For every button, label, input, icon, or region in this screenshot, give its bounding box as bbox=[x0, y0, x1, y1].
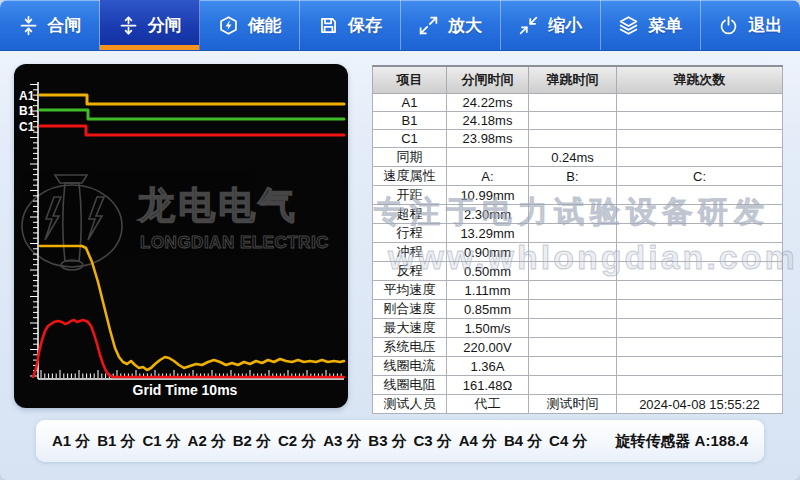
table-cell bbox=[529, 357, 617, 376]
toolbar-button-energy-storage[interactable]: 储能 bbox=[200, 0, 300, 50]
table-cell: 24.22ms bbox=[447, 94, 529, 112]
table-row: 测试人员代工测试时间2024-04-08 15:55:22 bbox=[373, 395, 783, 414]
table-cell: 10.99mm bbox=[447, 186, 529, 205]
toolbar-button-label: 分闸 bbox=[148, 14, 182, 37]
table-row: 冲程0.90mm bbox=[373, 243, 783, 262]
table-cell: A1 bbox=[373, 94, 447, 112]
toolbar-button-label: 保存 bbox=[348, 14, 382, 37]
phase-label-B1: B1 bbox=[19, 104, 35, 118]
table-cell bbox=[529, 112, 617, 130]
phase-line-C1 bbox=[40, 126, 344, 135]
table-cell: 2.30mm bbox=[447, 205, 529, 224]
toolbar-button-label: 缩小 bbox=[548, 14, 582, 37]
table-cell bbox=[617, 205, 783, 224]
table-row: 开距10.99mm bbox=[373, 186, 783, 205]
col-header-bounce-time: 弹跳时间 bbox=[529, 66, 617, 94]
toolbar-button-label: 退出 bbox=[748, 14, 782, 37]
table-row: 最大速度1.50m/s bbox=[373, 319, 783, 338]
table-row: 刚合速度0.85mm bbox=[373, 300, 783, 319]
table-cell bbox=[617, 243, 783, 262]
table-row: 超程2.30mm bbox=[373, 205, 783, 224]
phase-line-A1 bbox=[40, 95, 344, 104]
phase-status: C1 分 bbox=[142, 432, 180, 451]
table-cell: 13.29mm bbox=[447, 224, 529, 243]
table-cell bbox=[617, 262, 783, 281]
toolbar-button-close-switch[interactable]: 合闸 bbox=[0, 0, 100, 50]
table-cell: 最大速度 bbox=[373, 319, 447, 338]
table-cell bbox=[529, 262, 617, 281]
table-row: A124.22ms bbox=[373, 94, 783, 112]
table-row: 反程0.50mm bbox=[373, 262, 783, 281]
toolbar-button-label: 储能 bbox=[248, 14, 282, 37]
table-cell bbox=[617, 300, 783, 319]
table-cell bbox=[529, 300, 617, 319]
col-header-bounce-count: 弹跳次数 bbox=[617, 66, 783, 94]
toolbar-button-exit[interactable]: 退出 bbox=[701, 0, 800, 50]
table-cell bbox=[529, 319, 617, 338]
table-row: B124.18ms bbox=[373, 112, 783, 130]
table-cell: 反程 bbox=[373, 262, 447, 281]
table-cell bbox=[447, 148, 529, 167]
table-cell: 161.48Ω bbox=[447, 376, 529, 395]
phase-status: B2 分 bbox=[233, 432, 271, 451]
chart-curves: A1B1C1 bbox=[19, 82, 344, 379]
phase-status: C4 分 bbox=[549, 432, 587, 451]
table-cell: 0.90mm bbox=[447, 243, 529, 262]
table-cell: B1 bbox=[373, 112, 447, 130]
table-cell: B: bbox=[529, 167, 617, 186]
table-cell: 220.00V bbox=[447, 338, 529, 357]
waveform-chart-panel: 龙电电气 LONGDIAN ELECTRIC A1B1C1 Grid Time … bbox=[14, 64, 348, 408]
table-cell bbox=[529, 130, 617, 148]
table-cell: 0.24ms bbox=[529, 148, 617, 167]
table-cell: 1.50m/s bbox=[447, 319, 529, 338]
phase-status: A1 分 bbox=[52, 432, 90, 451]
energy-storage-icon bbox=[218, 15, 239, 36]
table-cell: 代工 bbox=[447, 395, 529, 414]
table-cell: 0.85mm bbox=[447, 300, 529, 319]
current-curve bbox=[33, 320, 344, 377]
toolbar-button-save[interactable]: 保存 bbox=[300, 0, 400, 50]
toolbar-button-menu[interactable]: 菜单 bbox=[601, 0, 701, 50]
table-cell bbox=[529, 281, 617, 300]
table-cell bbox=[529, 224, 617, 243]
phase-label-A1: A1 bbox=[19, 89, 35, 103]
table-row: 同期0.24ms bbox=[373, 148, 783, 167]
table-cell: 测试人员 bbox=[373, 395, 447, 414]
table-cell bbox=[529, 205, 617, 224]
menu-icon bbox=[618, 15, 639, 36]
table-cell: 测试时间 bbox=[529, 395, 617, 414]
open-switch-icon bbox=[118, 15, 139, 36]
table-cell: A: bbox=[447, 167, 529, 186]
table-cell: 平均速度 bbox=[373, 281, 447, 300]
table-row: 平均速度1.11mm bbox=[373, 281, 783, 300]
table-cell: 1.36A bbox=[447, 357, 529, 376]
toolbar-button-zoom-out[interactable]: 缩小 bbox=[501, 0, 601, 50]
toolbar-button-zoom-in[interactable]: 放大 bbox=[401, 0, 501, 50]
table-row: 速度属性A:B:C: bbox=[373, 167, 783, 186]
table-cell bbox=[617, 112, 783, 130]
table-cell: 2024-04-08 15:55:22 bbox=[617, 395, 783, 414]
table-cell: 超程 bbox=[373, 205, 447, 224]
table-row: 系统电压220.00V bbox=[373, 338, 783, 357]
status-bar: A1 分B1 分C1 分A2 分B2 分C2 分A3 分B3 分C3 分A4 分… bbox=[36, 420, 764, 462]
table-cell bbox=[529, 243, 617, 262]
waveform-chart: 龙电电气 LONGDIAN ELECTRIC A1B1C1 Grid Time … bbox=[14, 64, 348, 408]
phase-status: C3 分 bbox=[414, 432, 452, 451]
phase-status: B1 分 bbox=[97, 432, 135, 451]
table-cell: 1.11mm bbox=[447, 281, 529, 300]
phase-label-C1: C1 bbox=[19, 120, 35, 134]
table-row: C123.98ms bbox=[373, 130, 783, 148]
table-row: 行程13.29mm bbox=[373, 224, 783, 243]
table-cell: 系统电压 bbox=[373, 338, 447, 357]
table-cell bbox=[617, 281, 783, 300]
table-cell: C: bbox=[617, 167, 783, 186]
rotation-sensor-reading: 旋转传感器 A:188.4 bbox=[615, 432, 748, 451]
logo-text-en: LONGDIAN ELECTRIC bbox=[140, 233, 329, 252]
exit-icon bbox=[718, 15, 739, 36]
phase-status: A2 分 bbox=[188, 432, 226, 451]
main-screen: 合闸 分闸 储能 保存 bbox=[0, 0, 800, 480]
toolbar-button-open-switch[interactable]: 分闸 bbox=[100, 0, 200, 50]
results-table: 项目 分闸时间 弹跳时间 弹跳次数 A124.22msB124.18msC123… bbox=[372, 65, 783, 414]
toolbar: 合闸 分闸 储能 保存 bbox=[0, 0, 800, 50]
grid-time-label: Grid Time 10ms bbox=[133, 382, 238, 398]
